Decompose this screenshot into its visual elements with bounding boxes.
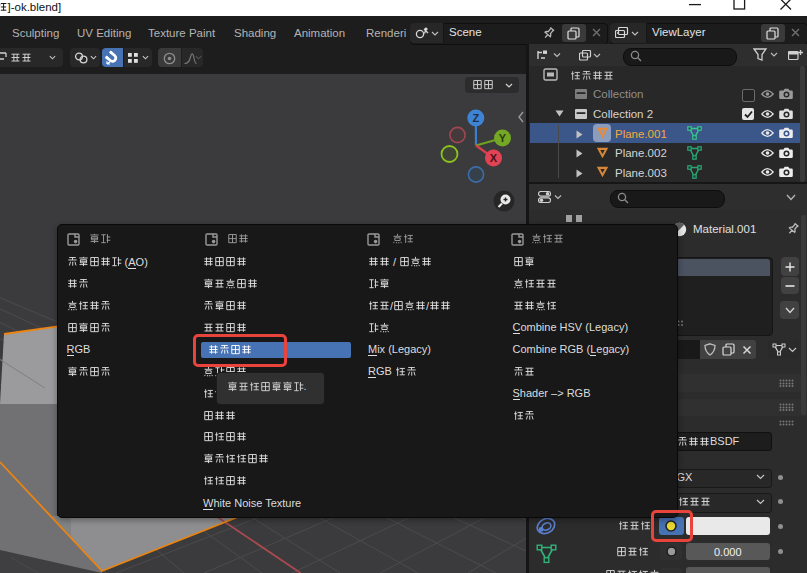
svg-text:Z: Z [472, 112, 479, 124]
svg-text:X: X [490, 152, 498, 164]
svg-text:Y: Y [499, 132, 507, 144]
